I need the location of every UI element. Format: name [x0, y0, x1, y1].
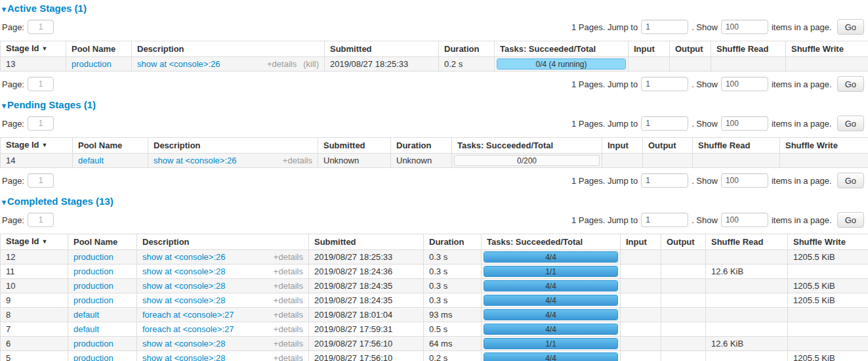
pool-name-link[interactable]: default: [73, 324, 99, 334]
pool-name-link[interactable]: production: [73, 295, 114, 305]
description-link[interactable]: foreach at <console>:27: [142, 310, 234, 320]
description-link[interactable]: show at <console>:28: [142, 339, 225, 349]
items-per-page-input[interactable]: [721, 116, 768, 131]
shuffle-write-cell: 1205.5 KiB: [788, 250, 868, 265]
col-header-tasks-succeeded-total[interactable]: Tasks: Succeeded/Total: [482, 234, 621, 250]
input-cell: [621, 322, 661, 337]
col-header-description[interactable]: Description: [148, 138, 318, 154]
page-input[interactable]: [28, 20, 54, 34]
pool-name-link[interactable]: production: [72, 59, 112, 69]
kill-link[interactable]: (kill): [303, 59, 319, 69]
pool-name-link[interactable]: default: [78, 156, 104, 165]
description-link[interactable]: show at <console>:28: [142, 295, 225, 305]
col-header-pool-name[interactable]: Pool Name: [68, 234, 137, 250]
section-title-completed[interactable]: ▾Completed Stages (13): [0, 196, 868, 207]
page-input[interactable]: [28, 173, 54, 188]
col-header-output[interactable]: Output: [670, 41, 711, 57]
pool-name-link[interactable]: production: [73, 281, 114, 291]
col-header-input[interactable]: Input: [621, 234, 661, 250]
details-toggle[interactable]: +details: [274, 353, 303, 361]
section-title-active[interactable]: ▾Active Stages (1): [0, 3, 868, 14]
col-header-stage-id[interactable]: Stage Id▼: [1, 234, 68, 250]
page-input[interactable]: [28, 213, 54, 227]
pool-name-link[interactable]: production: [73, 353, 114, 361]
col-header-submitted[interactable]: Submitted: [309, 234, 424, 250]
pool-name-cell: production: [68, 250, 137, 265]
pool-name-link[interactable]: production: [73, 252, 114, 262]
jump-to-page-input[interactable]: [641, 116, 688, 131]
col-header-duration[interactable]: Duration: [391, 138, 452, 154]
col-header-duration[interactable]: Duration: [439, 41, 495, 57]
section-title-pending[interactable]: ▾Pending Stages (1): [0, 99, 868, 110]
items-per-page-input[interactable]: [721, 213, 768, 227]
go-button[interactable]: Go: [837, 76, 864, 92]
stage-id-cell: 9: [1, 293, 68, 308]
description-link[interactable]: show at <console>:28: [142, 353, 225, 361]
items-per-page-input[interactable]: [721, 173, 768, 188]
details-toggle[interactable]: +details: [267, 59, 297, 69]
description-cell: show at <console>:28+details: [137, 351, 309, 361]
items-per-page-input[interactable]: [721, 77, 768, 91]
col-header-stage-id[interactable]: Stage Id▼: [1, 41, 66, 57]
description-link[interactable]: show at <console>:26: [137, 59, 220, 69]
pool-name-link[interactable]: production: [73, 266, 114, 276]
pool-name-link[interactable]: default: [73, 310, 99, 320]
go-button[interactable]: Go: [837, 173, 864, 188]
col-header-description[interactable]: Description: [137, 234, 309, 250]
details-toggle[interactable]: +details: [274, 310, 303, 320]
col-header-duration[interactable]: Duration: [424, 234, 482, 250]
details-toggle[interactable]: +details: [274, 281, 303, 291]
details-toggle[interactable]: +details: [274, 324, 303, 334]
col-header-input[interactable]: Input: [629, 41, 670, 57]
jump-to-page-input[interactable]: [641, 20, 688, 34]
details-toggle[interactable]: +details: [274, 252, 303, 262]
page-input[interactable]: [28, 116, 54, 131]
page-input[interactable]: [28, 77, 54, 91]
col-header-shuffle-read[interactable]: Shuffle Read: [693, 138, 780, 154]
col-header-label: Shuffle Write: [791, 44, 844, 54]
description-link[interactable]: show at <console>:28: [142, 266, 225, 276]
stage-id-cell: 12: [1, 250, 68, 265]
pool-name-cell: production: [66, 57, 132, 72]
col-header-submitted[interactable]: Submitted: [325, 41, 439, 57]
go-button[interactable]: Go: [837, 19, 864, 35]
description-link[interactable]: show at <console>:26: [142, 252, 225, 262]
col-header-shuffle-read[interactable]: Shuffle Read: [711, 41, 786, 57]
go-button[interactable]: Go: [837, 116, 864, 131]
col-header-submitted[interactable]: Submitted: [318, 138, 391, 154]
col-header-shuffle-write[interactable]: Shuffle Write: [780, 138, 868, 154]
col-header-tasks-succeeded-total[interactable]: Tasks: Succeeded/Total: [452, 138, 602, 154]
details-toggle[interactable]: +details: [274, 295, 303, 305]
jump-to-page-input[interactable]: [641, 77, 688, 91]
col-header-stage-id[interactable]: Stage Id▼: [1, 138, 73, 154]
col-header-shuffle-write[interactable]: Shuffle Write: [788, 234, 868, 250]
col-header-tasks-succeeded-total[interactable]: Tasks: Succeeded/Total: [495, 41, 629, 57]
col-header-label: Pool Name: [72, 44, 115, 54]
submitted-cell: 2019/08/27 18:01:04: [309, 308, 424, 322]
pool-name-link[interactable]: production: [73, 339, 114, 349]
items-per-page-input[interactable]: [721, 20, 768, 34]
col-header-output[interactable]: Output: [661, 234, 706, 250]
shuffle-read-cell: 12.6 KiB: [706, 337, 788, 351]
col-header-description[interactable]: Description: [132, 41, 325, 57]
collapse-arrow-icon[interactable]: ▾: [2, 198, 6, 207]
col-header-input[interactable]: Input: [602, 138, 643, 154]
jump-to-page-input[interactable]: [641, 213, 688, 227]
submitted-cell: 2019/08/27 18:24:35: [309, 279, 424, 293]
col-header-shuffle-read[interactable]: Shuffle Read: [706, 234, 788, 250]
col-header-pool-name[interactable]: Pool Name: [66, 41, 132, 57]
details-toggle[interactable]: +details: [274, 266, 303, 276]
col-header-label: Description: [154, 140, 201, 150]
description-link[interactable]: show at <console>:26: [154, 156, 236, 165]
description-link[interactable]: show at <console>:28: [142, 281, 225, 291]
col-header-shuffle-write[interactable]: Shuffle Write: [786, 41, 868, 57]
collapse-arrow-icon[interactable]: ▾: [2, 101, 6, 110]
col-header-output[interactable]: Output: [643, 138, 693, 154]
go-button[interactable]: Go: [837, 212, 864, 228]
col-header-pool-name[interactable]: Pool Name: [73, 138, 148, 154]
description-link[interactable]: foreach at <console>:27: [142, 324, 234, 334]
details-toggle[interactable]: +details: [274, 339, 303, 349]
details-toggle[interactable]: +details: [283, 156, 312, 165]
jump-to-page-input[interactable]: [641, 173, 688, 188]
collapse-arrow-icon[interactable]: ▾: [2, 5, 6, 14]
